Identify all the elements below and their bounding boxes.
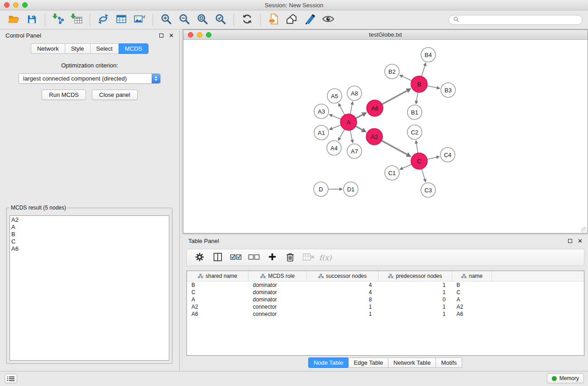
search-input[interactable]	[461, 16, 578, 24]
graph-edge[interactable]	[402, 76, 412, 81]
zoom-out-button[interactable]	[175, 12, 193, 28]
open-file-button[interactable]	[5, 12, 23, 28]
minimize-window-button[interactable]	[13, 2, 19, 8]
table-cell[interactable]: 1	[378, 310, 452, 318]
table-cell[interactable]: B	[452, 281, 492, 289]
table-cell[interactable]: C	[452, 289, 492, 296]
unselect-all-button[interactable]	[248, 251, 260, 264]
graph-edge[interactable]	[332, 125, 341, 128]
float-panel-icon[interactable]	[159, 33, 163, 38]
result-item[interactable]: A2	[11, 216, 169, 224]
table-cell[interactable]: 1	[378, 289, 452, 296]
graph-edge[interactable]	[350, 130, 352, 140]
mcds-result-list[interactable]: A2ABCA6	[10, 215, 169, 361]
tab-select[interactable]: Select	[90, 43, 119, 54]
column-header[interactable]: MCDS role	[249, 271, 307, 281]
zoom-fit-button[interactable]	[193, 12, 211, 28]
table-cell[interactable]: A	[187, 296, 249, 303]
table-close-panel-icon[interactable]: ✕	[578, 238, 583, 244]
table-cell[interactable]: 1	[307, 303, 378, 310]
table-cell[interactable]: A2	[452, 303, 492, 310]
eye-button[interactable]	[319, 12, 337, 28]
tab-motifs[interactable]: Motifs	[435, 357, 462, 368]
table-cell[interactable]: C	[187, 289, 249, 296]
tab-network-table[interactable]: Network Table	[388, 357, 436, 368]
close-panel-icon[interactable]: ✕	[169, 33, 174, 38]
import-network-button[interactable]	[49, 12, 67, 28]
table-cell[interactable]: 4	[307, 281, 378, 289]
table-row[interactable]: Bdominator41B	[187, 281, 584, 289]
delete-row-button[interactable]	[284, 251, 296, 264]
graph-edge[interactable]	[332, 115, 341, 119]
zoom-selected-button[interactable]	[211, 12, 229, 28]
tab-style[interactable]: Style	[65, 43, 90, 54]
pen-button[interactable]	[301, 12, 319, 28]
table-cell[interactable]: 8	[307, 296, 378, 303]
table-cell[interactable]: A6	[187, 310, 249, 318]
homes-button[interactable]	[283, 12, 301, 28]
save-button[interactable]	[23, 12, 41, 28]
table-cell[interactable]: connector	[249, 310, 307, 318]
tab-mcds[interactable]: MCDS	[119, 43, 148, 54]
table-cell[interactable]: dominator	[249, 289, 307, 296]
graph-edge[interactable]	[427, 157, 437, 160]
run-mcds-button[interactable]: Run MCDS	[42, 90, 86, 100]
new-table-button[interactable]	[112, 12, 130, 28]
graph-edge[interactable]	[416, 92, 418, 101]
table-cell[interactable]: connector	[249, 303, 307, 310]
tab-node-table[interactable]: Node Table	[308, 357, 349, 368]
network-close-button[interactable]	[188, 32, 193, 38]
network-zoom-button[interactable]	[206, 32, 211, 38]
refresh-button[interactable]	[238, 12, 256, 28]
graph-edge[interactable]	[421, 66, 425, 76]
delete-table-button[interactable]	[302, 251, 315, 264]
network-canvas[interactable]: AA1A2A3A4A5A6A7A8BB1B2B3B4CC1C2C3C4DD1	[183, 39, 588, 233]
result-item[interactable]: A	[11, 224, 169, 231]
close-panel-button[interactable]: Close panel	[92, 90, 138, 100]
memory-button[interactable]: Memory	[547, 373, 584, 383]
table-row[interactable]: A2connector11A2	[187, 303, 584, 310]
table-row[interactable]: Cdominator41C	[187, 289, 584, 296]
zoom-window-button[interactable]	[22, 2, 28, 8]
table-float-panel-icon[interactable]	[568, 239, 572, 243]
table-cell[interactable]: A2	[187, 303, 249, 310]
column-header[interactable]: predecessor nodes	[378, 271, 452, 281]
close-window-button[interactable]	[4, 2, 10, 8]
graph-edge[interactable]	[356, 114, 363, 118]
table-row[interactable]: A6connector11A6	[187, 310, 584, 318]
window-titlebar[interactable]: Session: New Session	[0, 0, 588, 10]
graph-edge[interactable]	[402, 164, 411, 168]
columns-button[interactable]	[211, 251, 224, 264]
column-header[interactable]: shared name	[187, 271, 249, 281]
graph-edge[interactable]	[382, 141, 407, 155]
graph-edge[interactable]	[382, 91, 407, 105]
network-window-titlebar[interactable]: testGlobe.txt	[183, 30, 588, 40]
table-cell[interactable]: A6	[452, 310, 492, 318]
table-cell[interactable]: 1	[307, 310, 378, 318]
tab-edge-table[interactable]: Edge Table	[348, 357, 388, 368]
table-cell[interactable]: A	[452, 296, 492, 303]
zoom-in-button[interactable]	[157, 12, 175, 28]
table-cell[interactable]: dominator	[249, 296, 307, 303]
table-cell[interactable]: 0	[378, 296, 452, 303]
table-cell[interactable]: 1	[378, 303, 452, 310]
gear-button[interactable]	[193, 251, 206, 264]
add-row-button[interactable]	[266, 251, 278, 264]
criterion-dropdown[interactable]: largest connected component (directed)	[19, 73, 161, 84]
network-minimize-button[interactable]	[197, 32, 202, 38]
graph-edge[interactable]	[356, 126, 363, 130]
graph-edge[interactable]	[416, 143, 418, 153]
task-history-button[interactable]	[5, 374, 17, 383]
result-item[interactable]: C	[11, 238, 169, 245]
resize-grip-icon[interactable]	[581, 227, 587, 233]
graph-edge[interactable]	[339, 129, 344, 138]
column-header[interactable]: successor nodes	[307, 271, 378, 281]
export-image-button[interactable]	[130, 12, 148, 28]
table-cell[interactable]: B	[187, 281, 249, 289]
select-all-button[interactable]	[229, 251, 242, 264]
new-network-button[interactable]	[94, 12, 112, 28]
table-cell[interactable]: 4	[307, 289, 378, 296]
document-button[interactable]	[265, 12, 283, 28]
graph-edge[interactable]	[427, 86, 437, 88]
table-cell[interactable]: dominator	[249, 281, 307, 289]
